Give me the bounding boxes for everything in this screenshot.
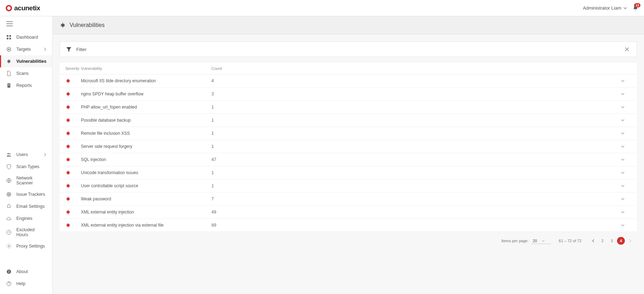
- sidebar-item-scan-types[interactable]: Scan Types: [0, 161, 52, 173]
- settings-icon: [6, 243, 12, 249]
- sidebar-item-issue-trackers[interactable]: Issue Trackers: [0, 188, 52, 200]
- sidebar-item-help[interactable]: Help: [0, 278, 52, 290]
- table-row[interactable]: nginx SPDY heap buffer overflow 3: [60, 88, 637, 101]
- expand-button[interactable]: [621, 144, 631, 149]
- filter-label: Filter: [76, 47, 87, 52]
- chevron-right-icon: [44, 48, 46, 51]
- sidebar-item-dashboard[interactable]: Dashboard: [0, 31, 52, 43]
- table-header-row: Severity Vulnerability Count: [60, 63, 637, 74]
- vuln-name: SQL injection: [81, 157, 211, 162]
- vuln-name: PHP allow_url_fopen enabled: [81, 105, 211, 110]
- next-page-button[interactable]: [626, 237, 634, 245]
- table-row[interactable]: Possible database backup 1: [60, 114, 637, 127]
- sidebar-item-reports[interactable]: Reports: [0, 79, 52, 91]
- severity-icon: [65, 91, 81, 97]
- table-row[interactable]: Weak password 7: [60, 193, 637, 206]
- filter-close-button[interactable]: [623, 45, 631, 53]
- user-name: Administrator Liam: [583, 5, 621, 11]
- hamburger-icon: [6, 21, 13, 26]
- severity-icon: [65, 78, 81, 84]
- svg-point-23: [67, 93, 70, 95]
- sidebar-item-scans[interactable]: Scans: [0, 67, 52, 79]
- expand-button[interactable]: [621, 79, 631, 83]
- pagination: Items per page: 20 61 – 72 of 72 234: [60, 232, 637, 250]
- chevron-down-icon: [621, 144, 625, 149]
- table-row[interactable]: Microsoft IIS tilde directory enumeratio…: [60, 74, 637, 88]
- svg-point-6: [7, 60, 10, 63]
- sidebar-item-network-scanner[interactable]: Network Scanner: [0, 173, 52, 188]
- expand-button[interactable]: [621, 105, 631, 109]
- svg-point-21: [61, 24, 65, 27]
- expand-button[interactable]: [621, 223, 631, 227]
- table-row[interactable]: SQL injection 47: [60, 153, 637, 166]
- chevron-left-icon: [591, 239, 595, 243]
- svg-rect-17: [9, 271, 9, 273]
- col-header-severity[interactable]: Severity: [65, 66, 81, 71]
- notifications-button[interactable]: 13: [633, 5, 638, 11]
- table-row[interactable]: Remote file inclusion XSS 1: [60, 127, 637, 140]
- sidebar-item-label: Users: [16, 152, 28, 157]
- prev-page-button[interactable]: [589, 237, 597, 245]
- table-row[interactable]: Server side request forgery 1: [60, 140, 637, 153]
- table-row[interactable]: User controllable script source 1: [60, 179, 637, 193]
- expand-button[interactable]: [621, 197, 631, 201]
- brand-logo[interactable]: acunetix: [6, 4, 40, 12]
- user-menu[interactable]: Administrator Liam: [583, 5, 627, 11]
- severity-icon: [65, 209, 81, 215]
- sidebar-item-vulnerabilities[interactable]: Vulnerabilities: [0, 55, 52, 67]
- menu-toggle-button[interactable]: [0, 16, 52, 31]
- table-row[interactable]: XML external entity injection 49: [60, 206, 637, 219]
- close-icon: [624, 47, 629, 52]
- chevron-down-icon: [621, 223, 625, 227]
- sidebar-item-users[interactable]: Users: [0, 149, 52, 161]
- cloud-icon: [6, 215, 12, 222]
- sidebar-item-excluded-hours[interactable]: Excluded Hours: [0, 224, 52, 240]
- sidebar-item-label: Proxy Settings: [16, 244, 45, 249]
- vuln-count: 1: [211, 170, 240, 175]
- sidebar-item-targets[interactable]: Targets: [0, 43, 52, 55]
- expand-button[interactable]: [621, 92, 631, 96]
- page-title: Vulnerabilities: [70, 22, 105, 28]
- expand-button[interactable]: [621, 118, 631, 122]
- vuln-count: 89: [211, 223, 240, 228]
- vuln-name: Unicode transformation issues: [81, 170, 211, 175]
- clock-icon: [6, 229, 12, 235]
- sidebar-item-email-settings[interactable]: Email Settings: [0, 200, 52, 212]
- page-button-4[interactable]: 4: [617, 237, 625, 245]
- sidebar-item-engines[interactable]: Engines: [0, 212, 52, 224]
- svg-point-10: [9, 153, 10, 154]
- table-row[interactable]: Unicode transformation issues 1: [60, 166, 637, 179]
- sidebar-item-label: Engines: [16, 216, 32, 221]
- chevron-right-icon: [44, 153, 46, 156]
- severity-icon: [65, 196, 81, 202]
- bell-icon: [6, 203, 12, 210]
- sidebar-item-proxy-settings[interactable]: Proxy Settings: [0, 240, 52, 252]
- col-header-vulnerability[interactable]: Vulnerability: [81, 66, 211, 71]
- chevron-down-icon: [621, 210, 625, 214]
- vuln-name: XML external entity injection: [81, 210, 211, 215]
- brand-name: acunetix: [14, 4, 40, 12]
- chevron-down-icon: [621, 92, 625, 96]
- expand-button[interactable]: [621, 131, 631, 135]
- svg-point-29: [67, 171, 70, 174]
- expand-button[interactable]: [621, 171, 631, 175]
- page-button-3[interactable]: 3: [608, 237, 616, 245]
- chevron-down-icon: [621, 105, 625, 109]
- expand-button[interactable]: [621, 210, 631, 214]
- items-per-page-select[interactable]: 20: [531, 238, 551, 244]
- vuln-count: 3: [211, 91, 240, 96]
- page-button-2[interactable]: 2: [599, 237, 606, 245]
- tracker-icon: [6, 191, 12, 198]
- vuln-name: Possible database backup: [81, 118, 211, 123]
- svg-rect-1: [9, 35, 11, 37]
- filter-bar[interactable]: Filter: [60, 41, 637, 57]
- svg-point-18: [9, 270, 9, 271]
- sidebar-item-label: Issue Trackers: [16, 192, 45, 197]
- expand-button[interactable]: [621, 157, 631, 162]
- table-row[interactable]: XML external entity injection via extern…: [60, 219, 637, 232]
- table-row[interactable]: PHP allow_url_fopen enabled 1: [60, 101, 637, 114]
- expand-button[interactable]: [621, 184, 631, 188]
- report-icon: [6, 82, 12, 89]
- sidebar-item-about[interactable]: About: [0, 266, 52, 278]
- col-header-count[interactable]: Count: [211, 66, 240, 71]
